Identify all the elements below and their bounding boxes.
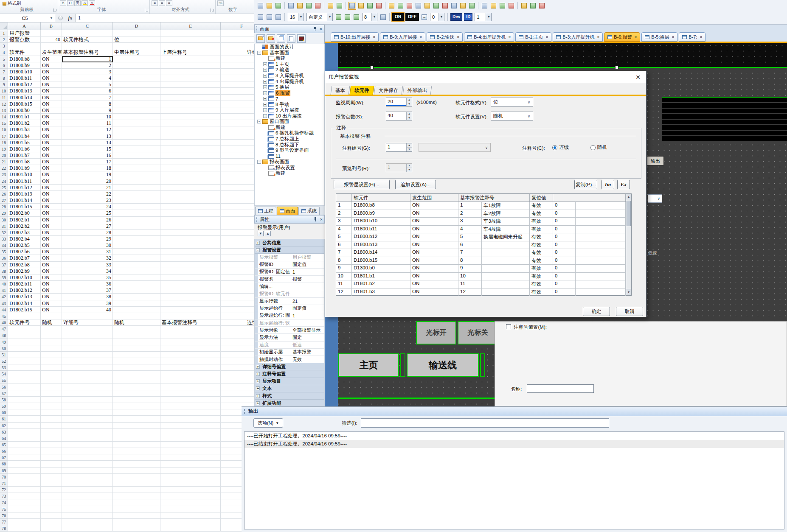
- property-row[interactable]: 显示起始行固定值: [255, 305, 324, 312]
- excel-cell[interactable]: [113, 397, 160, 403]
- property-row[interactable]: 报警ID: 固定值1: [255, 269, 324, 276]
- table-cell[interactable]: 有效: [530, 273, 553, 280]
- excel-cell[interactable]: [221, 62, 254, 69]
- dialog-launcher-icon[interactable]: [53, 8, 57, 12]
- row-header[interactable]: 78: [0, 525, 8, 532]
- table-cell[interactable]: [576, 210, 626, 218]
- excel-cell[interactable]: [41, 499, 62, 506]
- excel-cell[interactable]: 17: [62, 159, 113, 165]
- excel-cell[interactable]: [41, 384, 62, 390]
- doc-tab-B-4:出库提升机[interactable]: B-4:出库提升机×: [464, 32, 514, 42]
- save-icon[interactable]: [274, 2, 282, 10]
- excel-cell[interactable]: D1802.b10: [8, 274, 41, 281]
- table-cell[interactable]: D1800.b13: [352, 241, 410, 249]
- excel-cell[interactable]: ON: [41, 268, 62, 274]
- row-header[interactable]: 70: [0, 474, 8, 480]
- close-icon[interactable]: ×: [457, 35, 459, 39]
- excel-cell[interactable]: [62, 339, 113, 345]
- excel-cell[interactable]: [160, 352, 221, 358]
- excel-cell[interactable]: [160, 487, 221, 493]
- excel-cell[interactable]: [41, 506, 62, 512]
- excel-cell[interactable]: [160, 62, 221, 69]
- doc-tab-B-7:[interactable]: B-7:×: [679, 32, 705, 42]
- expand-icon[interactable]: +: [263, 85, 267, 89]
- excel-cell[interactable]: [62, 326, 113, 332]
- tree-item-新建[interactable]: 新建: [255, 125, 324, 131]
- excel-cell[interactable]: [221, 101, 254, 107]
- table-cell[interactable]: 0: [553, 241, 576, 249]
- table-cell[interactable]: [482, 280, 530, 288]
- excel-cell[interactable]: ON: [41, 159, 62, 165]
- excel-cell[interactable]: 上层注释号: [160, 49, 221, 56]
- table-cell[interactable]: 3: [458, 218, 482, 225]
- row-header[interactable]: 31: [0, 223, 8, 230]
- excel-cell[interactable]: 25: [62, 210, 113, 216]
- row-header[interactable]: 35: [0, 249, 8, 255]
- table-cell[interactable]: 0: [553, 226, 576, 233]
- excel-cell[interactable]: 36: [62, 281, 113, 287]
- excel-cell[interactable]: [160, 468, 221, 474]
- row-header[interactable]: 66: [0, 448, 8, 454]
- insert-function-icon[interactable]: fx: [68, 15, 73, 21]
- excel-cell[interactable]: [160, 114, 221, 120]
- table-cell[interactable]: 0: [553, 257, 576, 265]
- row-header[interactable]: 39: [0, 274, 8, 281]
- excel-cell[interactable]: ON: [41, 255, 62, 261]
- expand-icon[interactable]: +: [263, 80, 267, 84]
- excel-cell[interactable]: [62, 512, 113, 519]
- table-cell[interactable]: ON: [410, 218, 458, 225]
- excel-cell[interactable]: ON: [41, 223, 62, 230]
- excel-cell[interactable]: [221, 75, 254, 81]
- excel-cell[interactable]: [160, 448, 221, 454]
- excel-cell[interactable]: [113, 442, 160, 448]
- open-icon[interactable]: [265, 2, 273, 10]
- excel-cell[interactable]: 13: [62, 133, 113, 140]
- dialog-tab-软元件[interactable]: 软元件: [350, 86, 374, 95]
- table-cell[interactable]: 车3故障: [482, 218, 530, 225]
- excel-cell[interactable]: 37: [62, 287, 113, 294]
- selection-handle[interactable]: [615, 66, 618, 69]
- excel-cell[interactable]: D1802.b14: [8, 300, 41, 307]
- excel-cell[interactable]: [160, 56, 221, 62]
- row-header[interactable]: 10: [0, 88, 8, 94]
- excel-cell[interactable]: D1802.b11: [8, 281, 41, 287]
- property-value[interactable]: 报警: [291, 276, 324, 283]
- excel-cell[interactable]: D1800.b14: [8, 95, 41, 101]
- property-category-详细号偏置[interactable]: +详细号偏置: [255, 363, 324, 370]
- table-row[interactable]: 11D1801.b2ON11有效0: [336, 280, 626, 288]
- excel-cell[interactable]: 用户报警: [8, 30, 41, 36]
- table-row[interactable]: 4D1800.b11ON4车4故障有效0: [336, 226, 626, 234]
- grid-menu-icon[interactable]: [379, 13, 387, 21]
- excel-cell[interactable]: [62, 442, 113, 448]
- dialog-launcher-icon[interactable]: [211, 8, 214, 12]
- excel-cell[interactable]: [113, 409, 160, 416]
- row-header[interactable]: 16: [0, 126, 8, 133]
- excel-cell[interactable]: [221, 146, 254, 152]
- excel-cell[interactable]: 34: [62, 268, 113, 274]
- excel-cell[interactable]: [160, 274, 221, 281]
- row-header[interactable]: 71: [0, 480, 8, 487]
- excel-cell[interactable]: [8, 429, 41, 435]
- tree-item-报表画面[interactable]: -报表画面: [255, 159, 324, 165]
- row-header[interactable]: 25: [0, 185, 8, 191]
- excel-cell[interactable]: [221, 178, 254, 185]
- table-cell[interactable]: 7: [336, 249, 352, 257]
- filter-input[interactable]: [361, 418, 609, 428]
- table-cell[interactable]: 有效: [530, 280, 553, 288]
- excel-cell[interactable]: [113, 493, 160, 499]
- name-box[interactable]: C5 ▼: [0, 14, 55, 22]
- excel-cell[interactable]: [8, 442, 41, 448]
- table-cell[interactable]: [482, 265, 530, 272]
- close-icon[interactable]: ×: [373, 35, 375, 39]
- excel-cell[interactable]: [160, 75, 221, 81]
- row-header[interactable]: 38: [0, 268, 8, 274]
- column-header[interactable]: D: [113, 22, 160, 30]
- column-header[interactable]: C: [62, 22, 113, 30]
- row-header[interactable]: 68: [0, 461, 8, 467]
- excel-cell[interactable]: D1300.b0: [8, 107, 41, 114]
- excel-cell[interactable]: [160, 165, 221, 171]
- table-cell[interactable]: ON: [410, 202, 458, 210]
- comment-display-icon[interactable]: [423, 2, 431, 10]
- excel-cell[interactable]: 位: [113, 36, 160, 43]
- excel-cell[interactable]: [160, 435, 221, 442]
